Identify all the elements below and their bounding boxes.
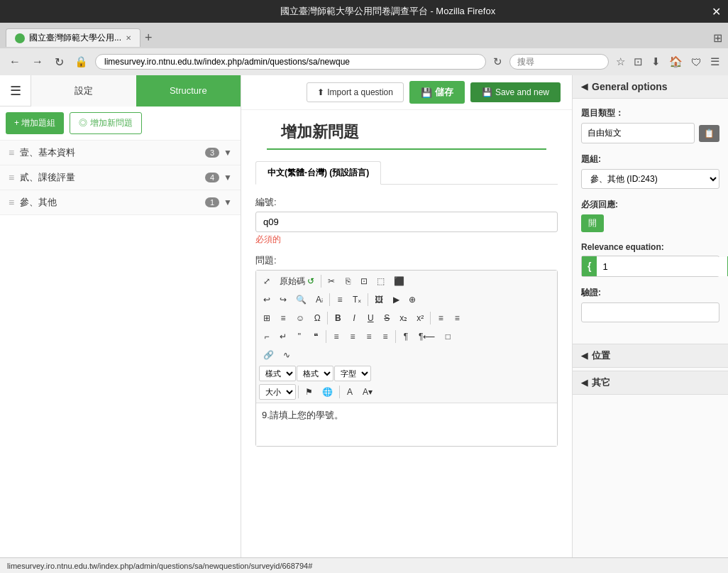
home-icon[interactable]: ⊡ (631, 54, 646, 70)
div-button[interactable]: ❝ (308, 329, 324, 344)
format-button[interactable]: ≡ (332, 292, 348, 307)
sidebar-group-header-1[interactable]: ≡ 壹、基本資料 3 ▼ (0, 141, 241, 165)
relevance-input[interactable] (597, 257, 727, 276)
anchor-button[interactable]: ∿ (279, 347, 294, 363)
general-options-header[interactable]: ◀ General options (573, 75, 728, 99)
save-new-button[interactable]: 💾 Save and new (470, 82, 561, 102)
sidebar-toggle-button[interactable]: ☰ (0, 75, 31, 107)
subscript-button[interactable]: x₂ (395, 310, 412, 326)
group-title-1: 壹、基本資料 (20, 146, 205, 159)
group-select[interactable]: 參、其他 (ID:243) (581, 169, 719, 189)
superscript-button[interactable]: x² (412, 310, 428, 326)
add-question-button[interactable]: ◎ 增加新問題 (70, 112, 141, 134)
shield-icon[interactable]: 🛡 (688, 55, 705, 70)
main-content: ⬆ Import a question 💾 儲存 💾 Save and new … (241, 75, 572, 557)
format-dropdown[interactable]: 格式 (297, 366, 333, 381)
mandatory-toggle-on[interactable]: 開 (581, 214, 604, 232)
flag-button[interactable]: ⚑ (301, 384, 317, 400)
save-button[interactable]: 💾 儲存 (409, 81, 465, 104)
align-left-button[interactable]: ≡ (329, 329, 344, 344)
close-button[interactable]: ✕ (712, 5, 721, 18)
outdent-button[interactable]: ⌐ (259, 329, 275, 344)
validation-input[interactable] (581, 302, 719, 322)
redo-button[interactable]: ↪ (275, 292, 291, 307)
editor-text: 9.請填上您的學號。 (262, 410, 343, 420)
bg-color-button[interactable]: A▾ (358, 384, 377, 400)
import-label: Import a question (327, 87, 393, 97)
house-icon[interactable]: 🏠 (666, 54, 685, 70)
sidebar-settings-tab[interactable]: 設定 (31, 75, 136, 107)
size-dropdown[interactable]: 大小 (259, 384, 296, 400)
sidebar-structure-tab[interactable]: Structure (136, 75, 241, 107)
style-dropdown[interactable]: 樣式 (259, 366, 296, 381)
paste-word-button[interactable]: ⬛ (390, 273, 409, 289)
add-group-button[interactable]: + 增加題組 (6, 112, 64, 134)
fullscreen-button[interactable]: ⤢ (259, 273, 275, 289)
import-question-button[interactable]: ⬆ Import a question (307, 82, 404, 102)
browser-tab[interactable]: 國立臺灣師範大學公用... ✕ (6, 28, 140, 47)
sidebar-group-header-3[interactable]: ≡ 參、其他 1 ▼ (0, 190, 241, 214)
link-button[interactable]: 🔗 (259, 347, 278, 363)
toolbar-row-5: 🔗 ∿ (259, 346, 554, 364)
bookmark-icon[interactable]: ☆ (613, 54, 628, 70)
sidebar-group-header-2[interactable]: ≡ 貳、課後評量 4 ▼ (0, 165, 241, 190)
copy-button[interactable]: ⎘ (340, 273, 355, 289)
back-button[interactable]: ← (6, 54, 24, 70)
bold-button[interactable]: B (330, 310, 346, 326)
code-input[interactable] (255, 212, 558, 232)
font-dropdown[interactable]: 字型 (334, 366, 371, 381)
align-right-button[interactable]: ≡ (361, 329, 377, 344)
forward-button[interactable]: → (28, 54, 47, 70)
align-center-button[interactable]: ≡ (345, 329, 360, 344)
search-input[interactable] (509, 54, 609, 70)
ordered-list-button[interactable]: ≡ (433, 310, 448, 326)
group-label: 題組: (581, 153, 719, 165)
lang-tab-chinese[interactable]: 中文(繁體-台灣) (預設語言) (255, 161, 381, 185)
tab-bar: 國立臺灣師範大學公用... ✕ + ⊞ (0, 23, 728, 48)
refresh-button[interactable]: ↻ (51, 54, 67, 70)
question-type-icon-button[interactable]: 📋 (699, 125, 719, 142)
validation-label: 驗證: (581, 287, 719, 299)
cut-button[interactable]: ✂ (324, 273, 339, 289)
case-button[interactable]: Aᵢ (311, 292, 327, 307)
showblocks-button[interactable]: □ (440, 329, 456, 344)
strikethrough-button[interactable]: S (379, 310, 395, 326)
special-char-button[interactable]: Ω (309, 310, 325, 326)
address-input[interactable] (95, 54, 486, 70)
paste-button[interactable]: ⊡ (356, 273, 372, 289)
align-justify-button[interactable]: ≡ (377, 329, 393, 344)
align-button[interactable]: ≡ (275, 310, 291, 326)
italic-button[interactable]: I (346, 310, 362, 326)
ltr-button[interactable]: ¶ (398, 329, 414, 344)
rtl-button[interactable]: ¶⟵ (414, 329, 439, 344)
blockquote-button[interactable]: " (292, 329, 307, 344)
group-badge-3: 1 (205, 197, 219, 207)
paste-text-button[interactable]: ⬚ (373, 273, 389, 289)
new-tab-button[interactable]: + (140, 31, 157, 45)
unordered-list-button[interactable]: ≡ (449, 310, 465, 326)
table-button[interactable]: ⊞ (259, 310, 275, 326)
source-button[interactable]: 原始碼 ↺ (275, 273, 319, 289)
find-button[interactable]: 🔍 (292, 292, 311, 307)
undo-button[interactable]: ↩ (259, 292, 275, 307)
toolbar-row-6: 樣式 格式 字型 (259, 364, 554, 383)
widget-button[interactable]: ⊕ (404, 292, 420, 307)
clear-format-button[interactable]: Tₓ (348, 292, 365, 307)
more-section-header[interactable]: ◀ 其它 (573, 371, 728, 395)
underline-button[interactable]: U (363, 310, 378, 326)
smiley-button[interactable]: ☺ (292, 310, 309, 326)
globe-button[interactable]: 🌐 (318, 384, 337, 400)
position-section-header[interactable]: ◀ 位置 (573, 344, 728, 368)
reload-icon[interactable]: ↻ (490, 54, 505, 70)
indent-button[interactable]: ↵ (275, 329, 291, 344)
grid-icon[interactable]: ⊞ (713, 31, 722, 45)
download-icon[interactable]: ⬇ (649, 54, 663, 70)
font-color-button[interactable]: A (342, 384, 358, 400)
editor-content[interactable]: 9.請填上您的學號。 (256, 403, 557, 446)
image-button[interactable]: 🖼 (370, 292, 387, 307)
media-button[interactable]: ▶ (388, 292, 404, 307)
question-type-field: 題目類型： 自由短文 📋 (581, 107, 719, 143)
toolbar-row-4: ⌐ ↵ " ❝ ≡ ≡ ≡ ≡ ¶ ¶⟵ (259, 327, 554, 346)
tab-close-icon[interactable]: ✕ (126, 34, 131, 42)
menu-icon[interactable]: ☰ (707, 54, 722, 70)
